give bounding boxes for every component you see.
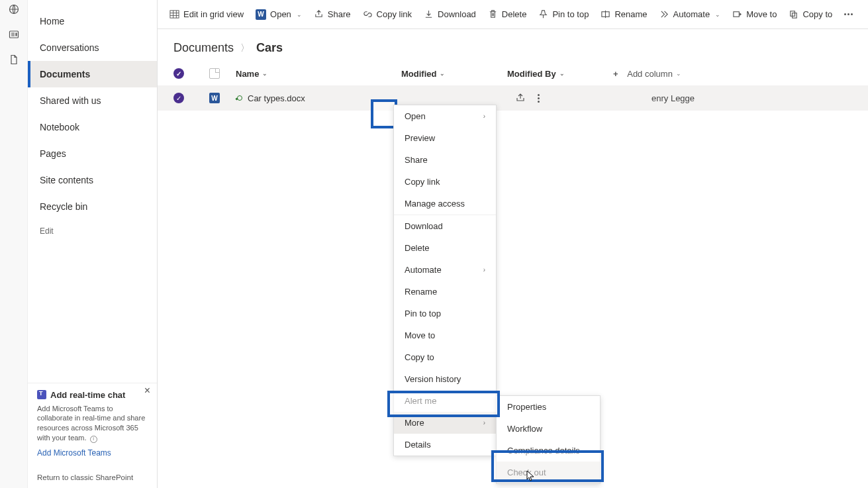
menu-delete[interactable]: Delete bbox=[394, 237, 496, 259]
download-button[interactable]: Download bbox=[424, 9, 476, 19]
info-icon[interactable]: i bbox=[90, 436, 97, 443]
promo-title: Add real-time chat bbox=[37, 390, 148, 400]
sync-status-icon bbox=[236, 95, 242, 101]
menu-automate[interactable]: Automate› bbox=[394, 259, 496, 281]
modified-column-header[interactable]: Modified⌄ bbox=[401, 69, 507, 79]
breadcrumb-current: Cars bbox=[256, 41, 283, 55]
more-toolbar-button[interactable] bbox=[844, 13, 853, 15]
highlight-more-menu bbox=[387, 391, 500, 417]
submenu-properties[interactable]: Properties bbox=[497, 396, 600, 418]
teams-icon bbox=[37, 390, 46, 399]
document-list: Name⌄ Modified⌄ Modified By⌄ + Add colum… bbox=[158, 62, 868, 111]
check-icon bbox=[173, 93, 184, 103]
sidebar-item-site-contents[interactable]: Site contents bbox=[28, 167, 157, 193]
menu-copy-to[interactable]: Copy to bbox=[394, 346, 496, 368]
menu-move[interactable]: Move to bbox=[394, 324, 496, 346]
list-header: Name⌄ Modified⌄ Modified By⌄ + Add colum… bbox=[158, 62, 868, 85]
pin-icon bbox=[538, 9, 548, 19]
open-button[interactable]: W Open⌄ bbox=[256, 9, 302, 20]
rename-button[interactable]: Rename bbox=[601, 9, 647, 19]
chevron-down-icon: ⌄ bbox=[440, 70, 445, 77]
flow-icon bbox=[659, 9, 669, 19]
promo-panel: × Add real-time chat Add Microsoft Teams… bbox=[28, 383, 157, 464]
grid-icon bbox=[169, 9, 179, 19]
file-type-icon bbox=[209, 68, 220, 79]
svg-rect-2 bbox=[170, 11, 179, 18]
news-icon[interactable] bbox=[9, 29, 19, 40]
word-icon: W bbox=[256, 9, 266, 20]
menu-open[interactable]: Open› bbox=[394, 105, 496, 127]
breadcrumb: Documents 〉 Cars bbox=[158, 29, 868, 62]
copy-to-button[interactable]: Copy to bbox=[789, 9, 832, 19]
sidebar: Home Conversations Documents Shared with… bbox=[28, 0, 158, 488]
promo-title-text: Add real-time chat bbox=[50, 390, 125, 400]
app-rail bbox=[0, 0, 28, 488]
move-button[interactable]: Move to bbox=[732, 9, 777, 19]
automate-button[interactable]: Automate⌄ bbox=[659, 9, 721, 19]
sidebar-item-pages[interactable]: Pages bbox=[28, 140, 157, 167]
more-horizontal-icon bbox=[844, 13, 853, 15]
rename-icon bbox=[601, 9, 610, 19]
row-select[interactable] bbox=[169, 93, 209, 103]
sidebar-item-documents[interactable]: Documents bbox=[28, 61, 157, 87]
row-modified-by: enry Legge bbox=[651, 85, 695, 111]
sidebar-item-conversations[interactable]: Conversations bbox=[28, 34, 157, 61]
copy-link-button[interactable]: Copy link bbox=[363, 9, 412, 19]
sidebar-item-shared[interactable]: Shared with us bbox=[28, 87, 157, 114]
copy-icon bbox=[789, 9, 798, 19]
move-icon bbox=[732, 9, 742, 19]
delete-button[interactable]: Delete bbox=[488, 9, 527, 19]
globe-icon[interactable] bbox=[9, 4, 19, 15]
document-icon[interactable] bbox=[9, 54, 19, 65]
menu-manage-access[interactable]: Manage access bbox=[394, 193, 496, 215]
menu-download[interactable]: Download bbox=[394, 215, 496, 237]
download-icon bbox=[424, 9, 434, 19]
pin-button[interactable]: Pin to top bbox=[538, 9, 589, 19]
breadcrumb-documents[interactable]: Documents bbox=[173, 41, 234, 55]
sidebar-item-recycle-bin[interactable]: Recycle bin bbox=[28, 193, 157, 220]
more-vertical-icon[interactable] bbox=[535, 93, 542, 103]
return-classic-link[interactable]: Return to classic SharePoint bbox=[37, 473, 133, 481]
word-document-icon: W bbox=[209, 93, 220, 103]
menu-version-history[interactable]: Version history bbox=[394, 368, 496, 390]
menu-copy-link[interactable]: Copy link bbox=[394, 171, 496, 193]
chevron-right-icon: › bbox=[483, 419, 485, 426]
check-icon bbox=[173, 68, 184, 79]
chevron-down-icon: ⌄ bbox=[297, 11, 302, 18]
share-button[interactable]: Share bbox=[314, 9, 351, 19]
add-column-button[interactable]: + Add column⌄ bbox=[613, 69, 719, 79]
svg-rect-4 bbox=[734, 12, 739, 17]
menu-pin[interactable]: Pin to top bbox=[394, 303, 496, 324]
chevron-right-icon: › bbox=[483, 113, 485, 120]
submenu-workflow[interactable]: Workflow bbox=[497, 418, 600, 440]
menu-preview[interactable]: Preview bbox=[394, 127, 496, 149]
select-all[interactable] bbox=[169, 68, 209, 79]
modified-by-column-header[interactable]: Modified By⌄ bbox=[507, 69, 613, 79]
chevron-down-icon: ⌄ bbox=[559, 70, 565, 77]
promo-description: Add Microsoft Teams to collaborate in re… bbox=[37, 404, 148, 443]
edit-grid-button[interactable]: Edit in grid view bbox=[169, 9, 244, 19]
chevron-right-icon: 〉 bbox=[240, 42, 250, 54]
link-icon bbox=[363, 9, 373, 19]
toolbar: Edit in grid view W Open⌄ Share Copy lin… bbox=[158, 0, 868, 29]
chevron-down-icon: ⌄ bbox=[262, 70, 267, 77]
trash-icon bbox=[488, 9, 498, 19]
chevron-right-icon: › bbox=[483, 266, 485, 273]
name-column-header[interactable]: Name⌄ bbox=[236, 69, 401, 79]
promo-add-teams-link[interactable]: Add Microsoft Teams bbox=[37, 448, 111, 458]
chevron-down-icon: ⌄ bbox=[715, 11, 720, 18]
share-row-icon[interactable] bbox=[515, 93, 526, 103]
type-column-header[interactable] bbox=[209, 68, 236, 79]
menu-rename[interactable]: Rename bbox=[394, 281, 496, 303]
sidebar-edit[interactable]: Edit bbox=[28, 220, 157, 242]
menu-details[interactable]: Details bbox=[394, 434, 496, 456]
table-row[interactable]: W Car types.docx enry Legge bbox=[158, 85, 868, 111]
highlight-checkout bbox=[491, 450, 604, 482]
row-file-icon: W bbox=[209, 93, 236, 103]
sidebar-item-notebook[interactable]: Notebook bbox=[28, 114, 157, 140]
menu-share[interactable]: Share bbox=[394, 149, 496, 171]
close-icon[interactable]: × bbox=[144, 385, 150, 397]
sidebar-item-home[interactable]: Home bbox=[28, 8, 157, 34]
plus-icon: + bbox=[613, 69, 618, 79]
chevron-down-icon: ⌄ bbox=[676, 70, 681, 77]
